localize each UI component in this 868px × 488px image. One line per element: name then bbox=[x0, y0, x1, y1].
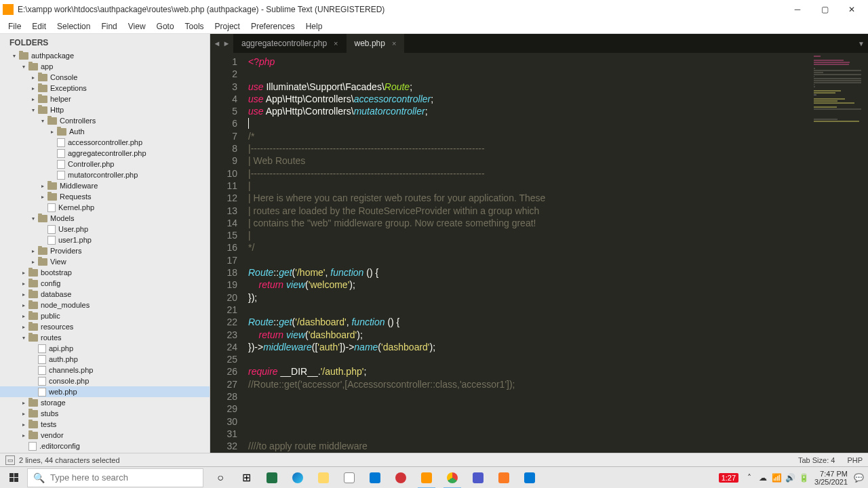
twisty-icon[interactable]: ▸ bbox=[20, 291, 27, 298]
twisty-icon[interactable]: ▸ bbox=[20, 302, 27, 308]
folder-config[interactable]: ▸config bbox=[0, 278, 210, 289]
twisty-icon[interactable]: ▸ bbox=[30, 258, 37, 265]
twisty-icon[interactable]: ▾ bbox=[20, 63, 27, 70]
folder-database[interactable]: ▸database bbox=[0, 289, 210, 300]
battery-icon[interactable]: 🔋 bbox=[797, 473, 810, 483]
wifi-icon[interactable]: 📶 bbox=[770, 473, 783, 483]
file-console-php[interactable]: console.php bbox=[0, 375, 210, 386]
close-button[interactable]: ✕ bbox=[838, 0, 865, 19]
folder-models[interactable]: ▾Models bbox=[0, 213, 210, 224]
menu-tools[interactable]: Tools bbox=[180, 20, 210, 33]
chrome-icon[interactable] bbox=[439, 467, 465, 489]
file-user-php[interactable]: User.php bbox=[0, 224, 210, 235]
file-controller-php[interactable]: Controller.php bbox=[0, 159, 210, 169]
menu-file[interactable]: File bbox=[3, 20, 26, 33]
teams-icon[interactable] bbox=[465, 467, 491, 489]
folder-tests[interactable]: ▸tests bbox=[0, 419, 210, 430]
volume-icon[interactable]: 🔊 bbox=[783, 473, 797, 483]
file-kernel-php[interactable]: Kernel.php bbox=[0, 202, 210, 213]
twisty-icon[interactable]: ▸ bbox=[39, 182, 46, 189]
menu-selection[interactable]: Selection bbox=[52, 20, 96, 33]
tab-web-php[interactable]: web.php× bbox=[347, 34, 405, 53]
mail-icon[interactable] bbox=[362, 467, 388, 489]
twisty-icon[interactable]: ▾ bbox=[30, 215, 37, 222]
file-channels-php[interactable]: channels.php bbox=[0, 365, 210, 375]
folder-providers[interactable]: ▸Providers bbox=[0, 245, 210, 256]
folder-node-modules[interactable]: ▸node_modules bbox=[0, 300, 210, 310]
excel-icon[interactable] bbox=[259, 467, 285, 489]
status-tab-size[interactable]: Tab Size: 4 bbox=[798, 456, 835, 464]
menu-goto[interactable]: Goto bbox=[151, 20, 180, 33]
menu-preferences[interactable]: Preferences bbox=[245, 20, 300, 33]
folder-authpackage[interactable]: ▾authpackage bbox=[0, 50, 210, 61]
folder-app[interactable]: ▾app bbox=[0, 61, 210, 72]
file-mutatorcontroller-php[interactable]: mutatorcontroller.php bbox=[0, 169, 210, 180]
file-web-php[interactable]: web.php bbox=[0, 386, 210, 397]
minimap[interactable] bbox=[814, 53, 868, 453]
folder-console[interactable]: ▸Console bbox=[0, 72, 210, 83]
snip-icon[interactable] bbox=[388, 467, 414, 489]
task-view-icon[interactable]: ⊞ bbox=[233, 467, 259, 489]
twisty-icon[interactable]: ▸ bbox=[30, 85, 37, 92]
twisty-icon[interactable]: ▸ bbox=[30, 96, 37, 102]
tab-aggregatecontroller-php[interactable]: aggregatecontroller.php× bbox=[233, 34, 347, 53]
folder-stubs[interactable]: ▸stubs bbox=[0, 408, 210, 419]
file-api-php[interactable]: api.php bbox=[0, 343, 210, 354]
twisty-icon[interactable]: ▸ bbox=[20, 399, 27, 406]
twisty-icon[interactable]: ▾ bbox=[30, 106, 37, 113]
search-input[interactable]: 🔍 Type here to search bbox=[27, 468, 203, 487]
sublime-icon[interactable] bbox=[414, 467, 439, 489]
twisty-icon[interactable]: ▸ bbox=[30, 247, 37, 254]
start-button[interactable] bbox=[0, 467, 27, 489]
file-aggregatecontroller-php[interactable]: aggregatecontroller.php bbox=[0, 148, 210, 159]
code-content[interactable]: <?phpuse Illuminate\Support\Facades\Rout… bbox=[243, 53, 868, 453]
file--editorconfig[interactable]: .editorconfig bbox=[0, 441, 210, 451]
twisty-icon[interactable]: ▾ bbox=[39, 117, 46, 124]
folder-public[interactable]: ▸public bbox=[0, 310, 210, 321]
clock[interactable]: 7:47 PM 3/25/2021 bbox=[810, 470, 852, 486]
twisty-icon[interactable]: ▸ bbox=[20, 312, 27, 319]
onedrive-icon[interactable]: ☁ bbox=[756, 473, 770, 483]
twisty-icon[interactable]: ▾ bbox=[20, 334, 27, 341]
twisty-icon[interactable]: ▸ bbox=[20, 421, 27, 428]
status-syntax[interactable]: PHP bbox=[847, 456, 863, 464]
folder-http[interactable]: ▾Http bbox=[0, 104, 210, 115]
folder-helper[interactable]: ▸helper bbox=[0, 94, 210, 104]
folder-routes[interactable]: ▾routes bbox=[0, 332, 210, 343]
folder-auth[interactable]: ▸Auth bbox=[0, 126, 210, 137]
menu-edit[interactable]: Edit bbox=[26, 20, 52, 33]
folder-controllers[interactable]: ▾Controllers bbox=[0, 115, 210, 126]
tray-up-icon[interactable]: ˄ bbox=[743, 473, 756, 483]
twisty-icon[interactable]: ▸ bbox=[39, 193, 46, 200]
folder-middleware[interactable]: ▸Middleware bbox=[0, 180, 210, 191]
menu-view[interactable]: View bbox=[123, 20, 151, 33]
vscode-icon[interactable] bbox=[517, 467, 542, 489]
twisty-icon[interactable]: ▸ bbox=[20, 323, 27, 330]
twisty-icon[interactable]: ▸ bbox=[20, 410, 27, 417]
folder-tree[interactable]: ▾authpackage▾app▸Console▸Exceptions▸help… bbox=[0, 50, 210, 453]
twisty-icon[interactable]: ▸ bbox=[20, 280, 27, 287]
cortana-icon[interactable]: ○ bbox=[208, 467, 233, 489]
file--env[interactable]: .env bbox=[0, 451, 210, 453]
twisty-icon[interactable]: ▸ bbox=[20, 269, 27, 276]
file-user1-php[interactable]: user1.php bbox=[0, 235, 210, 245]
file-accessorcontroller-php[interactable]: accessorcontroller.php bbox=[0, 137, 210, 148]
menu-help[interactable]: Help bbox=[300, 20, 328, 33]
folder-exceptions[interactable]: ▸Exceptions bbox=[0, 83, 210, 94]
folder-requests[interactable]: ▸Requests bbox=[0, 191, 210, 202]
tab-close-icon[interactable]: × bbox=[334, 39, 338, 47]
tab-overflow-icon[interactable]: ▼ bbox=[854, 34, 868, 53]
tab-close-icon[interactable]: × bbox=[392, 39, 396, 47]
folder-bootstrap[interactable]: ▸bootstrap bbox=[0, 267, 210, 278]
twisty-icon[interactable]: ▸ bbox=[20, 432, 27, 439]
twisty-icon[interactable]: ▸ bbox=[30, 74, 37, 81]
twisty-icon[interactable]: ▾ bbox=[11, 52, 18, 59]
file-auth-php[interactable]: auth.php bbox=[0, 354, 210, 365]
explorer-icon[interactable] bbox=[311, 467, 336, 489]
notifications-icon[interactable]: 💬 bbox=[852, 473, 865, 483]
minimize-button[interactable]: ─ bbox=[784, 0, 811, 19]
edge-icon[interactable] bbox=[285, 467, 311, 489]
folder-storage[interactable]: ▸storage bbox=[0, 397, 210, 408]
menu-find[interactable]: Find bbox=[96, 20, 122, 33]
twisty-icon[interactable]: ▸ bbox=[49, 128, 56, 135]
